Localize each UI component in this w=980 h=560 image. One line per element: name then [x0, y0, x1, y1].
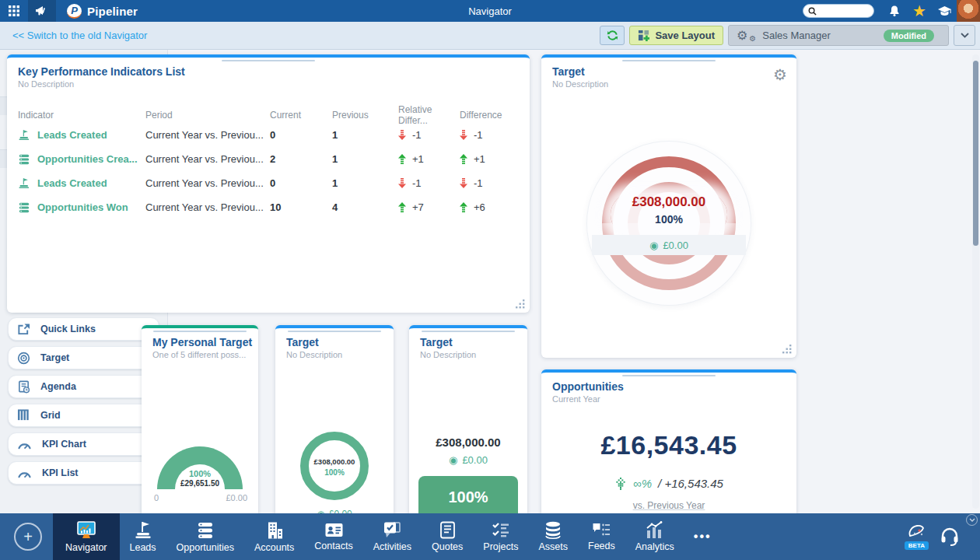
- quotes-icon: [439, 521, 456, 539]
- global-search-box[interactable]: [803, 4, 874, 18]
- target-bullseye-card: Target No Description ⚙ £308,000.00 100%…: [541, 54, 796, 358]
- favorites-star-icon[interactable]: ★: [907, 0, 932, 22]
- opportunities-icon: [196, 521, 215, 540]
- profile-dropdown-button[interactable]: [954, 25, 975, 46]
- kpi-indicator-link[interactable]: Leads Created: [37, 177, 107, 189]
- nav-item-activities[interactable]: Activities: [363, 513, 422, 560]
- col-period[interactable]: Period: [145, 110, 270, 121]
- arrow-up-icon: [398, 202, 406, 212]
- kpi-difference: +6: [474, 201, 485, 213]
- kpi-period: Current Year vs. Previou...: [145, 129, 270, 141]
- nav-item-navigator[interactable]: Navigator: [53, 513, 120, 560]
- kpi-previous: 1: [332, 129, 398, 141]
- kpi-table-header: Indicator Period Current Previous Relati…: [18, 104, 519, 123]
- nav-item-leads[interactable]: Leads: [120, 513, 166, 560]
- vertical-scrollbar[interactable]: [972, 54, 979, 509]
- nav-label: Analytics: [635, 541, 674, 552]
- save-layout-icon: [638, 30, 649, 41]
- arrow-down-icon: [398, 178, 406, 188]
- col-relative-difference[interactable]: Relative Differ...: [398, 104, 460, 126]
- col-previous[interactable]: Previous: [332, 110, 398, 121]
- nav-item-accounts[interactable]: Accounts: [244, 513, 304, 560]
- col-indicator[interactable]: Indicator: [18, 110, 145, 121]
- table-row[interactable]: Leads Created Current Year vs. Previou..…: [18, 123, 519, 147]
- target-secondary-band: ◉ £0.00: [592, 235, 746, 255]
- nav-item-opportunities[interactable]: Opportunities: [166, 513, 244, 560]
- switch-old-navigator-link[interactable]: << Switch to the old Navigator: [12, 30, 147, 41]
- global-search-input[interactable]: [817, 6, 866, 16]
- scrollbar-thumb[interactable]: [973, 61, 978, 246]
- sidebar-item-quick-links[interactable]: Quick Links: [8, 317, 159, 341]
- target-secondary-value: £0.00: [663, 240, 688, 251]
- nav-label: Activities: [373, 541, 411, 552]
- nav-item-quotes[interactable]: Quotes: [422, 513, 473, 560]
- nav-item-assets[interactable]: Assets: [528, 513, 578, 560]
- resize-handle[interactable]: [782, 345, 792, 354]
- kpi-difference: -1: [474, 177, 483, 189]
- kpi-previous: 1: [332, 177, 398, 189]
- arrow-down-icon: [460, 178, 467, 188]
- arrow-down-icon: [460, 130, 467, 140]
- user-avatar[interactable]: [957, 0, 980, 22]
- col-current[interactable]: Current: [270, 110, 332, 121]
- nav-label: Feeds: [588, 541, 615, 551]
- nav-item-contacts[interactable]: Contacts: [304, 513, 362, 560]
- resize-handle[interactable]: [516, 299, 525, 309]
- kpi-previous: 4: [332, 201, 398, 213]
- content-area: Report Components Report Standard Compon…: [0, 50, 980, 513]
- quick-add-button[interactable]: +: [14, 523, 42, 551]
- refresh-icon: [607, 30, 618, 41]
- table-row[interactable]: Leads Created Current Year vs. Previou..…: [18, 171, 519, 195]
- kpi-current: 0: [270, 177, 332, 189]
- card-title: Opportunities: [552, 380, 796, 393]
- notifications-bell-icon[interactable]: [882, 0, 907, 22]
- donut-value: £308,000.00: [275, 457, 394, 466]
- arrow-down-icon: [398, 130, 406, 140]
- arrow-up-icon: [398, 154, 406, 164]
- card-drag-handle[interactable]: [288, 331, 381, 332]
- table-row[interactable]: Opportunities Crea... Current Year vs. P…: [18, 147, 519, 171]
- support-headset-icon[interactable]: [940, 527, 960, 547]
- nav-item-feeds[interactable]: Feeds: [578, 513, 625, 560]
- col-difference[interactable]: Difference: [460, 110, 519, 121]
- learning-cap-icon[interactable]: [932, 0, 957, 22]
- card-drag-handle[interactable]: [222, 60, 315, 61]
- refresh-button[interactable]: [600, 26, 625, 45]
- gauge-percent: 100%: [142, 469, 258, 478]
- pipeliner-logo[interactable]: P Pipeliner: [67, 4, 138, 19]
- nav-label: Projects: [483, 541, 518, 552]
- kpi-relative: -1: [412, 177, 422, 189]
- sidebar-item-target[interactable]: Target: [8, 346, 159, 369]
- card-title: Key Performance Indicators List: [18, 65, 530, 78]
- nav-item-projects[interactable]: Projects: [473, 513, 528, 560]
- nav-label: Quotes: [432, 541, 463, 552]
- target-simple-card: Target No Description £308,000.00 ◉ £0.0…: [409, 325, 527, 513]
- app-grid-icon[interactable]: [0, 0, 28, 22]
- voyager-beta-button[interactable]: BETA: [905, 524, 929, 550]
- kpi-indicator-link[interactable]: Opportunities Won: [37, 201, 128, 213]
- nav-item-analytics[interactable]: Analytics: [625, 513, 684, 560]
- profile-settings-button[interactable]: ⚙ ⚙ Sales Manager Modified: [729, 26, 948, 45]
- card-settings-gear-icon[interactable]: ⚙: [773, 67, 787, 82]
- save-layout-button[interactable]: Save Layout: [629, 26, 723, 45]
- announcements-icon[interactable]: [28, 0, 56, 22]
- card-drag-handle[interactable]: [622, 375, 716, 376]
- sidebar-item-grid[interactable]: Grid: [8, 404, 159, 427]
- card-drag-handle[interactable]: [153, 331, 247, 332]
- nav-collapse-chevron[interactable]: [966, 514, 978, 526]
- card-drag-handle[interactable]: [622, 60, 716, 61]
- nav-more-button[interactable]: •••: [684, 530, 721, 544]
- sub-header: << Switch to the old Navigator Save Layo…: [0, 22, 980, 50]
- gauge-icon: [17, 439, 32, 450]
- kpi-indicator-link[interactable]: Opportunities Crea...: [37, 153, 138, 165]
- table-row[interactable]: Opportunities Won Current Year vs. Previ…: [18, 195, 519, 219]
- sidebar-item-agenda[interactable]: Agenda: [8, 375, 159, 398]
- target-bullseye-gauge: £308,000.00 100% ◉ £0.00: [587, 142, 751, 305]
- arrow-up-icon: [460, 154, 467, 164]
- projects-icon: [492, 522, 510, 539]
- sidebar-item-kpi-list[interactable]: KPI List: [8, 461, 159, 485]
- compare-label[interactable]: vs. Previous Year: [541, 500, 796, 511]
- card-drag-handle[interactable]: [422, 331, 515, 332]
- sidebar-item-kpi-chart[interactable]: KPI Chart: [8, 432, 159, 456]
- kpi-indicator-link[interactable]: Leads Created: [37, 129, 107, 141]
